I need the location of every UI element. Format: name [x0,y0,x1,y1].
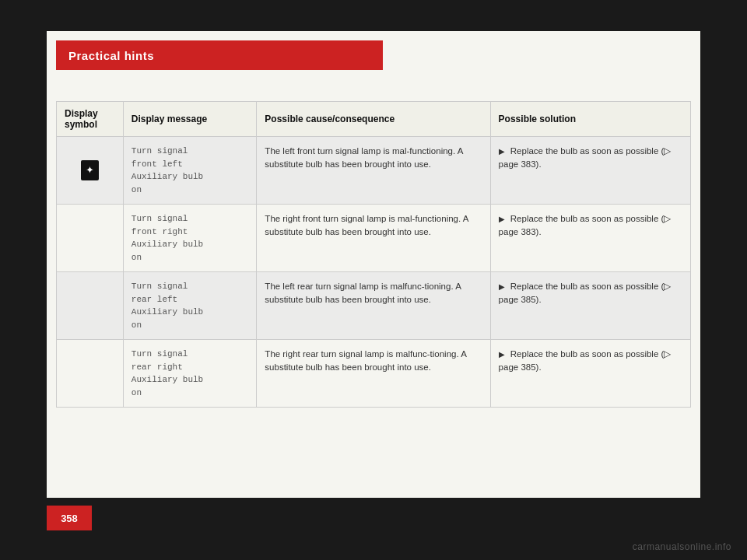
symbol-cell [57,272,124,340]
symbol-cell: ✦ [57,137,124,205]
page-number-box: 358 [47,506,92,530]
col-header-symbol: Display symbol [57,102,124,137]
main-table-container: Display symbol Display message Possible … [56,101,691,408]
turn-signal-icon: ✦ [81,160,99,180]
arrow-bullet-icon: ▶ [499,348,505,360]
page-title: Practical hints [68,49,154,62]
solution-cell: ▶ Replace the bulb as soon as possible (… [490,137,690,205]
arrow-bullet-icon: ▶ [499,145,505,157]
table-row: Turn signal rear left Auxiliary bulb onT… [57,272,691,340]
symbol-cell [57,340,124,408]
display-message-cell: Turn signal front left Auxiliary bulb on [123,137,257,205]
arrow-bullet-icon: ▶ [499,213,505,225]
cause-cell: The right front turn signal lamp is mal-… [257,205,490,272]
table-row: Turn signal front right Auxiliary bulb o… [57,205,691,272]
header-bar: Practical hints [56,40,383,70]
arrow-bullet-icon: ▶ [499,281,505,292]
col-header-solution: Possible solution [490,102,690,137]
display-message-cell: Turn signal front right Auxiliary bulb o… [123,205,257,272]
col-header-cause: Possible cause/consequence [257,102,490,137]
symbol-cell [57,205,124,272]
table-row: Turn signal rear right Auxiliary bulb on… [57,340,691,408]
table-header-row: Display symbol Display message Possible … [57,102,691,137]
watermark: carmanualsonline.info [633,541,731,552]
cause-cell: The left rear turn signal lamp is malfun… [257,272,490,340]
cause-cell: The right rear turn signal lamp is malfu… [257,340,490,408]
display-message-cell: Turn signal rear left Auxiliary bulb on [123,272,257,340]
page-number: 358 [61,513,78,524]
cause-cell: The left front turn signal lamp is mal-f… [257,137,490,205]
display-message-cell: Turn signal rear right Auxiliary bulb on [123,340,257,408]
table-row: ✦Turn signal front left Auxiliary bulb o… [57,137,691,205]
solution-cell: ▶ Replace the bulb as soon as possible (… [490,272,690,340]
col-header-message: Display message [123,102,257,137]
solution-cell: ▶ Replace the bulb as soon as possible (… [490,340,690,408]
data-table: Display symbol Display message Possible … [56,101,691,408]
solution-cell: ▶ Replace the bulb as soon as possible (… [490,205,690,272]
